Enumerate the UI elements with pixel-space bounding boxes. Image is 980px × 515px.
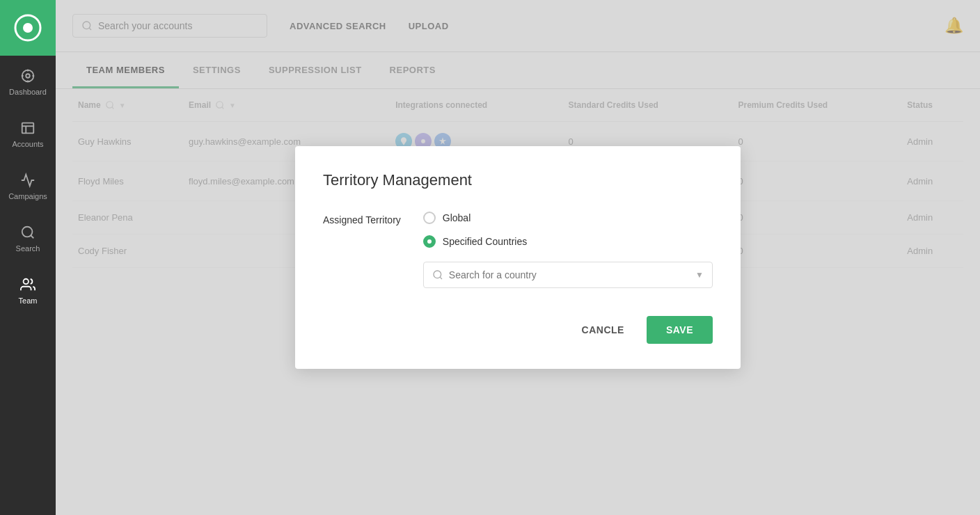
specified-radio[interactable] (423, 235, 436, 248)
territory-management-modal: Territory Management Assigned Territory … (295, 146, 741, 369)
svg-point-17 (434, 271, 441, 278)
sidebar-item-campaigns[interactable]: Campaigns (0, 160, 56, 212)
svg-point-7 (22, 226, 33, 237)
sidebar-item-search[interactable]: Search (0, 212, 56, 264)
sidebar-item-campaigns-label: Campaigns (8, 192, 47, 200)
sidebar-item-dashboard[interactable]: Dashboard (0, 56, 56, 108)
sidebar-item-team-label: Team (19, 296, 38, 305)
country-search-icon (432, 269, 443, 280)
app-logo[interactable] (0, 0, 56, 56)
modal-title: Territory Management (323, 171, 713, 189)
global-option-label: Global (443, 212, 471, 223)
sidebar-item-search-label: Search (16, 244, 40, 253)
svg-line-18 (440, 277, 442, 279)
svg-rect-4 (22, 122, 34, 133)
svg-point-9 (24, 278, 29, 283)
modal-footer: CANCLE SAVE (323, 316, 713, 344)
specified-countries-label: Specified Countries (443, 236, 527, 247)
svg-point-3 (22, 70, 34, 81)
sidebar-item-accounts[interactable]: Accounts (0, 108, 56, 160)
svg-point-2 (26, 74, 30, 78)
territory-options: Global Specified Countries ▼ (423, 212, 713, 288)
global-option[interactable]: Global (423, 212, 713, 224)
chevron-down-icon[interactable]: ▼ (695, 270, 704, 280)
sidebar-item-team[interactable]: Team (0, 264, 56, 317)
specified-countries-option[interactable]: Specified Countries (423, 235, 713, 248)
modal-body: Assigned Territory Global Specified Coun… (323, 212, 713, 288)
country-search-bar[interactable]: ▼ (423, 262, 713, 288)
assigned-territory-label: Assigned Territory (323, 212, 401, 225)
save-button[interactable]: SAVE (647, 316, 713, 344)
country-search-input[interactable] (449, 269, 690, 280)
cancel-button[interactable]: CANCLE (568, 317, 638, 342)
global-radio[interactable] (423, 212, 436, 224)
svg-point-1 (23, 23, 33, 33)
sidebar-item-accounts-label: Accounts (12, 140, 43, 148)
modal-overlay[interactable]: Territory Management Assigned Territory … (56, 0, 980, 515)
svg-line-8 (31, 235, 33, 238)
sidebar: Dashboard Accounts Campaigns Search Team (0, 0, 56, 515)
sidebar-item-dashboard-label: Dashboard (9, 88, 47, 96)
main-content: ADVANCED SEARCH UPLOAD 🔔 TEAM MEMBERS SE… (56, 0, 980, 515)
